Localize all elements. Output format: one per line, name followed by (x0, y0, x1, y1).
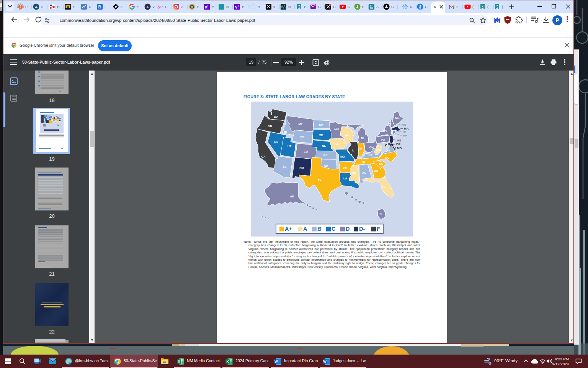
svg-text:TX: TX (318, 179, 322, 182)
svg-text:AL: AL (362, 171, 366, 174)
svg-text:WI: WI (345, 134, 348, 137)
svg-text:NM: NM (299, 166, 304, 169)
svg-text:FL: FL (382, 185, 385, 189)
svg-text:OR: OR (268, 125, 272, 128)
svg-text:VT: VT (388, 123, 391, 125)
svg-text:WV: WV (376, 148, 381, 152)
svg-text:CO: CO (304, 150, 308, 153)
svg-text:OH: OH (369, 146, 373, 149)
svg-text:MI: MI (361, 136, 364, 140)
svg-text:ID: ID (284, 130, 287, 134)
svg-text:NV: NV (274, 141, 278, 144)
svg-text:MO: MO (340, 155, 345, 158)
svg-text:CT: CT (403, 135, 407, 138)
svg-text:X: X (226, 360, 229, 363)
svg-text:AR: AR (343, 166, 348, 169)
svg-text:IA: IA (335, 143, 338, 146)
svg-text:DE: DE (396, 143, 401, 146)
svg-text:VA: VA (386, 149, 390, 152)
svg-text:F: F (377, 226, 380, 232)
svg-text:NE: NE (322, 144, 326, 148)
svg-text:KY: KY (369, 153, 372, 157)
svg-text:AZ: AZ (283, 165, 286, 169)
svg-text:MN: MN (334, 128, 339, 131)
svg-text:IL: IL (352, 149, 354, 152)
svg-text:AK: AK (290, 195, 294, 198)
svg-text:PA: PA (381, 138, 385, 141)
svg-text:A: A (303, 226, 307, 232)
svg-text:D: D (346, 226, 350, 232)
svg-text:A+: A+ (285, 226, 292, 232)
svg-text:B: B (98, 5, 101, 9)
svg-text:y!: y! (205, 5, 209, 9)
svg-text:NC: NC (385, 156, 390, 159)
svg-text:ME: ME (395, 116, 399, 120)
svg-text:y!: y! (235, 5, 239, 9)
svg-text:NJ: NJ (397, 139, 401, 142)
svg-text:B: B (317, 226, 321, 232)
svg-text:MT: MT (299, 122, 303, 126)
svg-text:NH: NH (402, 123, 406, 127)
svg-text:OK: OK (323, 164, 328, 168)
svg-text:UT: UT (287, 145, 291, 148)
svg-text:WY: WY (300, 135, 305, 138)
svg-text:W: W (323, 360, 327, 363)
svg-text:D-: D- (359, 226, 365, 232)
svg-text:RI: RI (403, 130, 406, 134)
svg-text:MA: MA (404, 127, 409, 130)
svg-text:W: W (274, 360, 278, 363)
svg-text:CA: CA (261, 155, 266, 158)
svg-text:LA: LA (343, 177, 348, 180)
svg-text:NM: NM (370, 7, 373, 9)
svg-text:ND: ND (319, 123, 323, 127)
svg-text:KS: KS (323, 153, 327, 157)
svg-text:TN: TN (361, 160, 365, 164)
svg-text:MD: MD (397, 146, 402, 150)
svg-text:NY: NY (383, 130, 387, 133)
svg-text:HI: HI (380, 212, 382, 215)
svg-text:WA: WA (274, 115, 279, 118)
svg-text:SD: SD (319, 133, 323, 137)
svg-text:13: 13 (67, 6, 69, 8)
svg-text:GA: GA (374, 169, 378, 172)
svg-text:C: C (332, 226, 336, 232)
svg-text:IN: IN (359, 147, 363, 150)
svg-text:X: X (178, 360, 180, 363)
svg-text:SC: SC (379, 162, 384, 166)
svg-text:MS: MS (351, 171, 356, 174)
